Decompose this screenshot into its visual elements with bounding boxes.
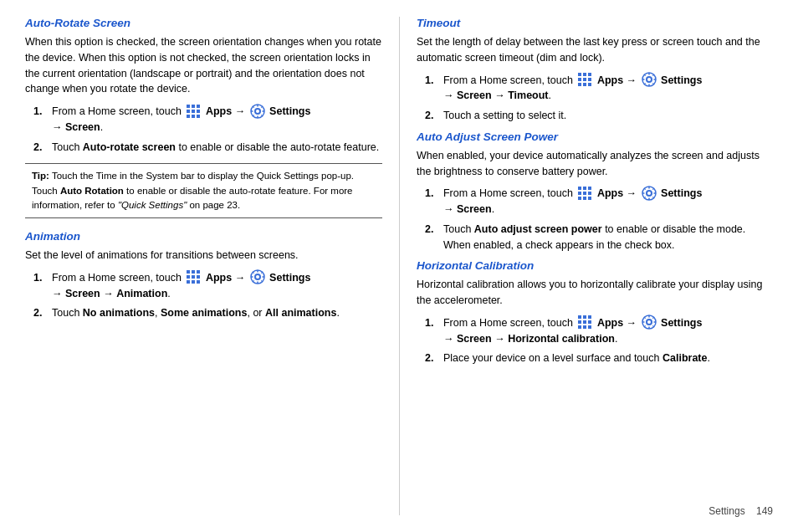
- screen-label: Screen: [65, 121, 100, 133]
- svg-rect-21: [192, 270, 195, 274]
- anim-step-num-2: 2.: [33, 305, 52, 321]
- timeout-title: Timeout: [417, 17, 773, 29]
- step2-suffix: to enable or disable the auto-rotate fea…: [178, 141, 379, 153]
- svg-rect-46: [578, 83, 581, 86]
- svg-rect-87: [583, 325, 586, 329]
- timeout-arrow1: →: [627, 74, 637, 86]
- arrow1: →: [235, 105, 246, 117]
- step-num-2: 2.: [33, 140, 52, 156]
- settings-icon-aa: [642, 186, 657, 201]
- timeout-step-num-2: 2.: [425, 108, 443, 124]
- aa-apps-label: Apps: [597, 187, 623, 199]
- svg-rect-40: [578, 73, 581, 76]
- hc-prefix: From a Home screen, touch: [443, 317, 573, 329]
- anim-step2-prefix: Touch: [52, 307, 79, 319]
- svg-rect-25: [197, 275, 200, 279]
- anim-apps-label: Apps: [206, 272, 232, 284]
- hc-step2-content: Place your device on a level surface and…: [443, 350, 773, 366]
- auto-adjust-step1: 1. From a Home screen, touch: [425, 186, 773, 217]
- anim-arrow1: →: [235, 272, 246, 284]
- horiz-cal-section: Horizontal Calibration Horizontal calibr…: [417, 259, 773, 366]
- anim-step1-content: From a Home screen, touch: [52, 270, 382, 302]
- timeout-suffix: Timeout: [508, 90, 548, 101]
- svg-rect-66: [578, 197, 581, 200]
- svg-rect-48: [588, 83, 591, 86]
- svg-rect-0: [187, 105, 190, 108]
- anim-step-num-1: 1.: [33, 270, 52, 302]
- step2-content: Touch Auto-rotate screen to enable or di…: [52, 140, 382, 156]
- anim-arrow2: →: [52, 288, 63, 299]
- svg-rect-80: [578, 315, 581, 319]
- animation-step2: 2. Touch No animations, Some animations,…: [33, 305, 382, 321]
- svg-rect-27: [192, 280, 195, 284]
- svg-rect-5: [197, 110, 200, 113]
- tip-text3: on page 23.: [189, 200, 240, 210]
- anim-settings-label: Settings: [269, 272, 310, 284]
- timeout-prefix: From a Home screen, touch: [443, 74, 573, 86]
- svg-rect-4: [192, 110, 195, 113]
- animation-step1: 1. From a Home screen, touch: [33, 270, 382, 302]
- timeout-screen: Screen: [457, 90, 492, 101]
- timeout-arrow2: →: [443, 90, 454, 101]
- auto-rotate-bold: Auto-rotate screen: [83, 141, 176, 153]
- timeout-settings-label: Settings: [661, 74, 702, 86]
- hc-arrow1: →: [627, 317, 637, 329]
- auto-adjust-title: Auto Adjust Screen Power: [417, 130, 773, 143]
- hc-step2-bold: Calibrate: [662, 352, 708, 364]
- period: .: [100, 121, 103, 133]
- step1-prefix: From a Home screen, touch: [52, 105, 182, 117]
- aa-step1-content: From a Home screen, touch: [443, 186, 773, 217]
- anim-step1-prefix: From a Home screen, touch: [52, 272, 182, 284]
- auto-adjust-body: When enabled, your device automatically …: [417, 148, 773, 180]
- timeout-apps-label: Apps: [597, 74, 623, 86]
- tip-italic: "Quick Settings": [118, 200, 187, 210]
- animation-steps: 1. From a Home screen, touch: [33, 270, 382, 321]
- settings-icon-anim: [250, 269, 265, 284]
- svg-rect-26: [187, 280, 190, 284]
- settings-icon: [250, 104, 265, 119]
- auto-rotate-steps: 1. From a Home screen, touch: [33, 104, 382, 155]
- svg-rect-24: [192, 275, 195, 279]
- hc-step-num-2: 2.: [425, 350, 443, 366]
- hc-step-num-1: 1.: [425, 315, 443, 347]
- settings-icon-timeout: [642, 72, 657, 87]
- tip-box: Tip: Touch the Time in the System bar to…: [25, 163, 382, 218]
- hc-apps-label: Apps: [597, 317, 623, 329]
- footer-page: 149: [756, 505, 773, 517]
- svg-rect-88: [588, 325, 591, 329]
- tip-label: Tip:: [32, 171, 49, 181]
- svg-rect-63: [578, 192, 581, 195]
- aa-settings-label: Settings: [661, 187, 702, 199]
- svg-point-91: [647, 320, 651, 324]
- horiz-cal-steps: 1. From a Home screen, touch: [425, 315, 773, 366]
- apps-icon-timeout: [577, 72, 592, 87]
- svg-rect-44: [583, 78, 586, 81]
- timeout-step2-content: Touch a setting to select it.: [443, 108, 773, 124]
- svg-rect-85: [588, 320, 591, 324]
- svg-rect-68: [588, 197, 591, 200]
- svg-rect-43: [578, 78, 581, 81]
- arrow2: →: [52, 121, 63, 133]
- apps-icon-aa: [577, 186, 592, 201]
- svg-rect-61: [583, 187, 586, 190]
- aa-step-num-1: 1.: [425, 186, 443, 217]
- aa-step2-prefix: Touch: [443, 223, 471, 235]
- svg-rect-47: [583, 83, 586, 86]
- apps-label: Apps: [206, 105, 232, 117]
- left-column: Auto-Rotate Screen When this option is c…: [25, 17, 399, 515]
- anim-step2-content: Touch No animations, Some animations, or…: [52, 305, 382, 321]
- timeout-arrow3: →: [494, 90, 505, 101]
- apps-icon-hc: [577, 315, 592, 330]
- anim-arrow3: →: [103, 288, 114, 299]
- svg-rect-86: [578, 325, 581, 329]
- timeout-section: Timeout Set the length of delay between …: [417, 17, 773, 124]
- apps-icon: [186, 104, 201, 119]
- step2-prefix: Touch: [52, 141, 79, 153]
- footer-label: Settings: [708, 505, 744, 517]
- svg-rect-81: [583, 315, 586, 319]
- svg-rect-22: [197, 270, 200, 274]
- svg-rect-28: [197, 280, 200, 284]
- auto-adjust-section: Auto Adjust Screen Power When enabled, y…: [417, 130, 773, 253]
- svg-point-51: [647, 78, 651, 81]
- svg-rect-7: [192, 115, 195, 118]
